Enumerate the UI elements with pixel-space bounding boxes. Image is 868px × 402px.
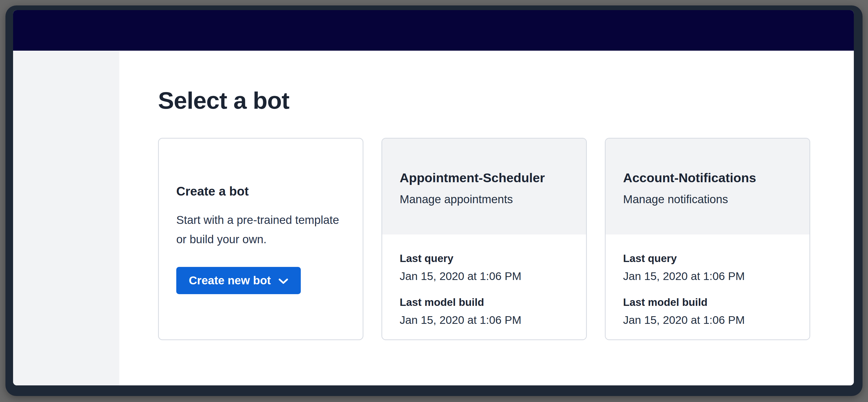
top-navigation-bar [13, 10, 854, 51]
field-label: Last query [623, 252, 792, 265]
field-value: Jan 15, 2020 at 1:06 PM [400, 314, 568, 327]
main-content: Select a bot Create a bot Start with a p… [119, 51, 854, 385]
bot-description: Manage appointments [400, 193, 568, 206]
bot-card-body: Last query Jan 15, 2020 at 1:06 PM Last … [382, 235, 586, 340]
create-bot-card-description: Start with a pre-trained template or bui… [176, 211, 345, 249]
bot-card-header: Account-Notifications Manage notificatio… [606, 138, 809, 235]
browser-viewport: Select a bot Create a bot Start with a p… [13, 10, 854, 385]
last-model-build-field: Last model build Jan 15, 2020 at 1:06 PM [400, 296, 568, 327]
bot-card-account-notifications[interactable]: Account-Notifications Manage notificatio… [605, 138, 810, 340]
field-label: Last model build [623, 296, 792, 308]
last-query-field: Last query Jan 15, 2020 at 1:06 PM [623, 252, 792, 283]
chevron-down-icon [278, 278, 288, 284]
field-value: Jan 15, 2020 at 1:06 PM [623, 270, 792, 283]
bot-card-appointment-scheduler[interactable]: Appointment-Scheduler Manage appointment… [381, 138, 587, 340]
last-query-field: Last query Jan 15, 2020 at 1:06 PM [400, 252, 568, 283]
create-new-bot-button[interactable]: Create new bot [176, 267, 301, 294]
create-bot-card-title: Create a bot [176, 184, 345, 198]
field-value: Jan 15, 2020 at 1:06 PM [400, 270, 568, 283]
bot-name: Appointment-Scheduler [400, 170, 568, 185]
bot-card-body: Last query Jan 15, 2020 at 1:06 PM Last … [606, 235, 809, 340]
sidebar [13, 51, 119, 385]
bot-card-list: Create a bot Start with a pre-trained te… [158, 138, 832, 340]
bot-card-header: Appointment-Scheduler Manage appointment… [382, 138, 586, 235]
create-new-bot-button-label: Create new bot [189, 274, 271, 287]
field-value: Jan 15, 2020 at 1:06 PM [623, 314, 792, 327]
create-bot-card: Create a bot Start with a pre-trained te… [158, 138, 364, 340]
app-body: Select a bot Create a bot Start with a p… [13, 51, 854, 385]
page-title: Select a bot [158, 87, 832, 114]
field-label: Last query [400, 252, 568, 265]
field-label: Last model build [400, 296, 568, 308]
bot-description: Manage notifications [623, 193, 792, 206]
last-model-build-field: Last model build Jan 15, 2020 at 1:06 PM [623, 296, 792, 327]
bot-name: Account-Notifications [623, 170, 792, 185]
app-window-frame: Select a bot Create a bot Start with a p… [5, 5, 863, 396]
